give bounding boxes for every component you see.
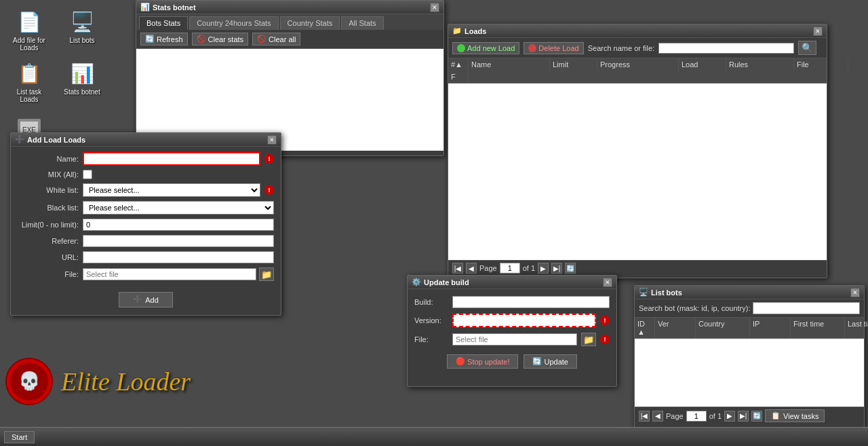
loads-next-page-btn[interactable]: ▶ bbox=[538, 263, 549, 274]
delete-load-button[interactable]: Delete Load bbox=[524, 42, 583, 54]
blacklist-label: Black list: bbox=[18, 204, 79, 212]
loads-table-body bbox=[448, 83, 827, 260]
addload-close-btn[interactable]: ✕ bbox=[267, 135, 277, 145]
refresh-button[interactable]: 🔄 Refresh bbox=[140, 33, 188, 45]
col-progress[interactable]: Progress bbox=[597, 58, 679, 71]
whitelist-select[interactable]: Please select... bbox=[83, 183, 260, 197]
taskbar: Start bbox=[0, 427, 868, 446]
loads-pagination: |◀ ◀ Page of 1 ▶ ▶| 🔄 bbox=[448, 260, 827, 276]
loads-titlebar: 📁 Loads ✕ bbox=[448, 24, 827, 38]
mix-label: MIX (All): bbox=[18, 170, 79, 179]
addload-form: Name: ! MIX (All): White list: Please se… bbox=[11, 147, 281, 286]
name-input[interactable] bbox=[83, 152, 260, 166]
clear-stats-button[interactable]: 🚫 Clear stats bbox=[192, 33, 249, 45]
list-task-label: List task Loads bbox=[8, 88, 50, 103]
loads-page-input[interactable] bbox=[500, 263, 520, 274]
mix-checkbox[interactable] bbox=[83, 170, 92, 179]
name-row: Name: ! bbox=[18, 152, 274, 166]
update-file-error-icon: ! bbox=[600, 335, 610, 344]
loads-title: 📁 Loads bbox=[452, 26, 486, 35]
bots-col-country[interactable]: Country bbox=[696, 318, 750, 338]
loads-first-page-btn[interactable]: |◀ bbox=[452, 263, 463, 274]
bots-last-page-btn[interactable]: ▶| bbox=[738, 411, 749, 422]
bots-col-ip[interactable]: IP bbox=[750, 318, 791, 338]
limit-input[interactable] bbox=[83, 219, 274, 231]
icon-add-file[interactable]: 📄 Add file for Loads bbox=[5, 5, 53, 54]
tab-bots-stats[interactable]: Bots Stats bbox=[139, 16, 188, 30]
bots-col-firsttime[interactable]: First time bbox=[791, 318, 845, 338]
bots-first-page-btn[interactable]: |◀ bbox=[639, 411, 650, 422]
stop-update-btn[interactable]: 🛑 Stop update! bbox=[447, 354, 518, 369]
listbots-close-btn[interactable]: ✕ bbox=[850, 288, 860, 297]
name-error-icon: ! bbox=[264, 154, 274, 164]
add-new-load-button[interactable]: Add new Load bbox=[452, 42, 519, 54]
referer-input[interactable] bbox=[83, 235, 274, 247]
view-tasks-button[interactable]: 📋 View tasks bbox=[765, 409, 825, 422]
bots-refresh-btn[interactable]: 🔄 bbox=[751, 411, 762, 422]
add-load-submit-btn[interactable]: ➕ Add bbox=[119, 292, 173, 308]
loads-toolbar: Add new Load Delete Load Search name or … bbox=[448, 38, 827, 58]
stats-close-btn[interactable]: ✕ bbox=[430, 3, 439, 12]
addload-actions: ➕ Add bbox=[11, 286, 281, 308]
bots-col-lasttime[interactable]: Last time bbox=[845, 318, 868, 338]
loads-window: 📁 Loads ✕ Add new Load Delete Load Searc… bbox=[448, 24, 827, 278]
col-rules[interactable]: Rules bbox=[726, 58, 794, 71]
col-file[interactable]: File bbox=[794, 58, 848, 71]
update-btn[interactable]: 🔄 Update bbox=[524, 354, 576, 369]
col-load[interactable]: Load bbox=[679, 58, 726, 71]
version-input[interactable] bbox=[452, 314, 596, 327]
stats-title: 📊 Stats botnet bbox=[140, 3, 196, 12]
bots-page-input[interactable] bbox=[686, 411, 707, 422]
listbots-table-header: ID ▲ Ver Country IP First time Last time bbox=[635, 318, 864, 339]
col-f[interactable]: F bbox=[448, 71, 469, 83]
loads-last-page-btn[interactable]: ▶| bbox=[551, 263, 562, 274]
col-limit[interactable]: Limit bbox=[550, 58, 597, 71]
loads-search-btn[interactable]: 🔍 bbox=[798, 41, 816, 55]
limit-label: Limit(0 - no limit): bbox=[18, 221, 79, 229]
add-icon: ➕ bbox=[133, 295, 142, 304]
url-input[interactable] bbox=[83, 251, 274, 263]
icon-list-bots[interactable]: 🖥️ List bots bbox=[58, 5, 106, 54]
loads-prev-page-btn[interactable]: ◀ bbox=[466, 263, 477, 274]
file-label: File: bbox=[18, 270, 79, 278]
file-input[interactable] bbox=[83, 268, 256, 280]
listbots-search-input[interactable] bbox=[753, 302, 860, 314]
svg-text:💀: 💀 bbox=[18, 370, 41, 392]
branding-logo-icon: 💀 bbox=[5, 358, 53, 405]
loads-close-btn[interactable]: ✕ bbox=[813, 26, 823, 36]
col-name[interactable]: Name bbox=[469, 58, 550, 71]
list-bots-icon: 🖥️ bbox=[68, 8, 96, 35]
build-input[interactable] bbox=[452, 296, 610, 308]
mix-row: MIX (All): bbox=[18, 170, 274, 179]
update-file-input[interactable] bbox=[452, 333, 577, 346]
update-file-browse-btn[interactable]: 📁 bbox=[581, 333, 596, 346]
clear-all-button[interactable]: 🚫 Clear all bbox=[252, 33, 300, 45]
stats-botnet-label: Stats botnet bbox=[64, 88, 100, 96]
update-icon: 🔄 bbox=[532, 357, 542, 366]
bots-next-page-btn[interactable]: ▶ bbox=[724, 411, 735, 422]
loads-search-input[interactable] bbox=[658, 43, 794, 54]
update-close-btn[interactable]: ✕ bbox=[603, 278, 612, 287]
tab-all-stats[interactable]: All Stats bbox=[341, 16, 383, 30]
loads-refresh-btn[interactable]: 🔄 bbox=[565, 263, 576, 274]
loads-table-header: #▲ Name Limit Progress Load Rules File F bbox=[448, 58, 827, 83]
icon-stats-botnet[interactable]: 📊 Stats botnet bbox=[58, 57, 106, 106]
tab-country-24[interactable]: Country 24hours Stats bbox=[189, 16, 278, 30]
build-label: Build: bbox=[414, 298, 448, 306]
listbots-search-bar: Search bot (mask: id, ip, country): bbox=[635, 299, 864, 318]
file-browse-btn[interactable]: 📁 bbox=[259, 267, 274, 281]
bots-prev-page-btn[interactable]: ◀ bbox=[652, 411, 663, 422]
whitelist-label: White list: bbox=[18, 186, 79, 194]
bots-col-ver[interactable]: Ver bbox=[655, 318, 696, 338]
listbots-search-label: Search bot (mask: id, ip, country): bbox=[639, 304, 750, 312]
update-file-label: File: bbox=[414, 335, 448, 343]
blacklist-select[interactable]: Please select... bbox=[83, 201, 274, 215]
taskbar-start-btn[interactable]: Start bbox=[4, 431, 35, 443]
icon-list-task[interactable]: 📋 List task Loads bbox=[5, 57, 53, 106]
tab-country-stats[interactable]: Country Stats bbox=[280, 16, 340, 30]
addload-titlebar: ➕ Add Load Loads ✕ bbox=[11, 133, 281, 147]
add-file-label: Add file for Loads bbox=[8, 37, 50, 52]
bots-col-id[interactable]: ID ▲ bbox=[635, 318, 655, 338]
limit-row: Limit(0 - no limit): bbox=[18, 219, 274, 231]
addload-window: ➕ Add Load Loads ✕ Name: ! MIX (All): Wh… bbox=[10, 132, 281, 316]
